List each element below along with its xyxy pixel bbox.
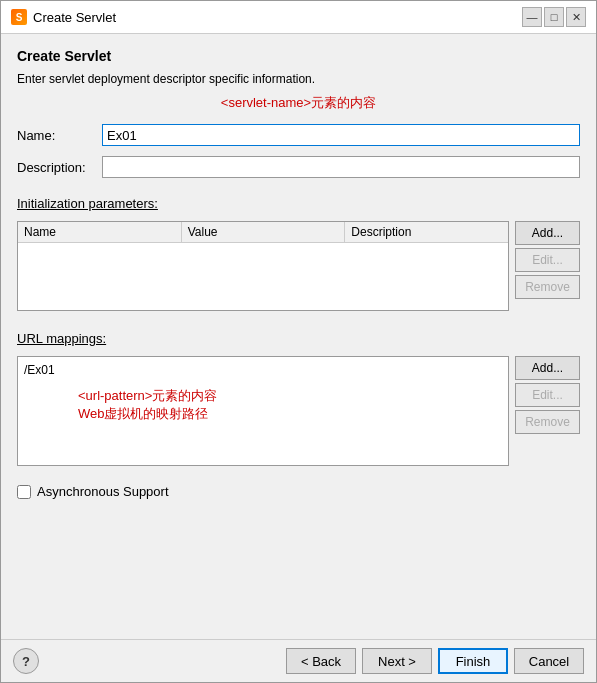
init-add-button[interactable]: Add... bbox=[515, 221, 580, 245]
async-support-row: Asynchronous Support bbox=[17, 484, 580, 499]
title-bar-left: S Create Servlet bbox=[11, 9, 116, 25]
url-annotation-line2: Web虚拟机的映射路径 bbox=[78, 405, 217, 423]
url-table: /Ex01 <url-pattern>元素的内容 Web虚拟机的映射路径 bbox=[17, 356, 509, 466]
col-description: Description bbox=[345, 222, 508, 242]
name-row: Name: bbox=[17, 124, 580, 146]
minimize-button[interactable]: — bbox=[522, 7, 542, 27]
init-params-table: Name Value Description bbox=[17, 221, 509, 311]
col-value: Value bbox=[182, 222, 346, 242]
url-annotation-line1: <url-pattern>元素的内容 bbox=[78, 387, 217, 405]
init-remove-button[interactable]: Remove bbox=[515, 275, 580, 299]
create-servlet-dialog: S Create Servlet — □ ✕ Create Servlet En… bbox=[0, 0, 597, 683]
init-params-area: Name Value Description Add... Edit... Re… bbox=[17, 221, 580, 311]
finish-button[interactable]: Finish bbox=[438, 648, 508, 674]
name-label: Name: bbox=[17, 128, 102, 143]
cancel-button[interactable]: Cancel bbox=[514, 648, 584, 674]
url-entry: /Ex01 bbox=[22, 361, 504, 379]
finish-label: Finish bbox=[456, 654, 491, 669]
bottom-bar: ? < Back Next > Finish Cancel bbox=[1, 639, 596, 682]
nav-buttons: < Back Next > Finish Cancel bbox=[286, 648, 584, 674]
maximize-button[interactable]: □ bbox=[544, 7, 564, 27]
name-input[interactable] bbox=[102, 124, 580, 146]
servlet-name-annotation: <servlet-name>元素的内容 bbox=[17, 94, 580, 112]
cancel-label: Cancel bbox=[529, 654, 569, 669]
next-button[interactable]: Next > bbox=[362, 648, 432, 674]
url-annotation: <url-pattern>元素的内容 Web虚拟机的映射路径 bbox=[78, 387, 217, 423]
col-name: Name bbox=[18, 222, 182, 242]
back-label: < Back bbox=[301, 654, 341, 669]
close-button[interactable]: ✕ bbox=[566, 7, 586, 27]
description-input[interactable] bbox=[102, 156, 580, 178]
url-buttons: Add... Edit... Remove bbox=[515, 356, 580, 466]
url-add-button[interactable]: Add... bbox=[515, 356, 580, 380]
dialog-content: Create Servlet Enter servlet deployment … bbox=[1, 34, 596, 639]
dialog-icon: S bbox=[11, 9, 27, 25]
next-label: Next > bbox=[378, 654, 416, 669]
back-button[interactable]: < Back bbox=[286, 648, 356, 674]
init-params-label: Initialization parameters: bbox=[17, 196, 580, 211]
url-remove-button[interactable]: Remove bbox=[515, 410, 580, 434]
description-label: Description: bbox=[17, 160, 102, 175]
init-params-buttons: Add... Edit... Remove bbox=[515, 221, 580, 311]
url-edit-button[interactable]: Edit... bbox=[515, 383, 580, 407]
title-controls: — □ ✕ bbox=[522, 7, 586, 27]
url-mappings-area: /Ex01 <url-pattern>元素的内容 Web虚拟机的映射路径 Add… bbox=[17, 356, 580, 466]
url-mappings-label: URL mappings: bbox=[17, 331, 580, 346]
table-body bbox=[18, 243, 508, 303]
init-edit-button[interactable]: Edit... bbox=[515, 248, 580, 272]
async-support-checkbox[interactable] bbox=[17, 485, 31, 499]
title-bar: S Create Servlet — □ ✕ bbox=[1, 1, 596, 34]
help-button[interactable]: ? bbox=[13, 648, 39, 674]
description-row: Description: bbox=[17, 156, 580, 178]
description-text: Enter servlet deployment descriptor spec… bbox=[17, 72, 580, 86]
dialog-title: Create Servlet bbox=[33, 10, 116, 25]
table-header: Name Value Description bbox=[18, 222, 508, 243]
async-support-label[interactable]: Asynchronous Support bbox=[37, 484, 169, 499]
section-header: Create Servlet bbox=[17, 48, 580, 64]
